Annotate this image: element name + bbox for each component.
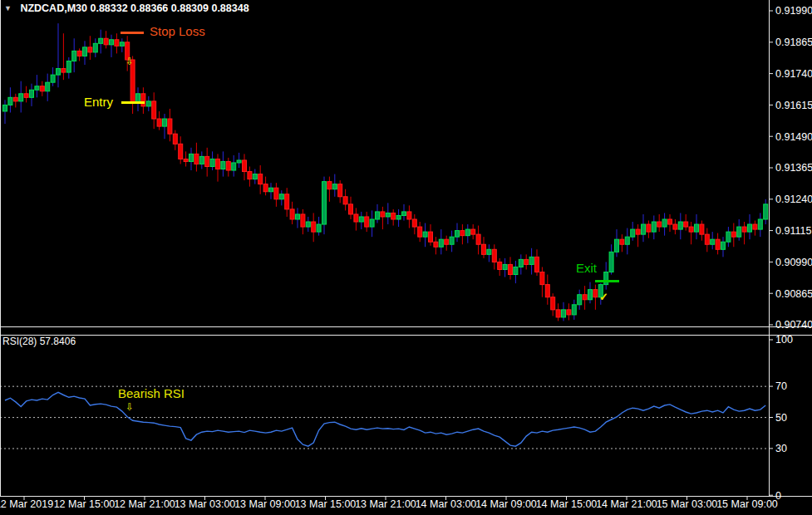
rsi-axis-label: 100	[775, 334, 793, 346]
candle-body	[423, 232, 427, 237]
candle-body	[141, 94, 145, 106]
candle-body	[439, 239, 443, 247]
stop-loss-line[interactable]	[121, 32, 144, 34]
candle-body	[567, 310, 571, 315]
candle-body	[695, 224, 699, 232]
quote-ohlc-label: 0.88332 0.88366 0.88309 0.88348	[90, 2, 249, 14]
candle-body	[104, 38, 108, 45]
time-axis-label: 13 Mar 09:00	[234, 498, 296, 510]
candle-body	[588, 290, 593, 300]
candle-body	[535, 257, 539, 272]
candle-body	[365, 217, 369, 227]
candle-body	[120, 42, 124, 47]
candle-body	[35, 86, 39, 91]
time-axis-label: 14 Mar 21:00	[596, 498, 657, 510]
bearish-rsi-arrow-icon[interactable]: ⇩	[125, 401, 134, 413]
bearish-rsi-label[interactable]: Bearish RSI	[118, 386, 185, 400]
exit-check-icon[interactable]: ✓	[599, 291, 608, 303]
candle-body	[376, 212, 380, 219]
candle-body	[721, 242, 726, 249]
candle-body	[514, 267, 518, 274]
candle-body	[306, 222, 310, 227]
candle-body	[705, 234, 709, 244]
candle-body	[583, 295, 587, 300]
exit-line[interactable]	[595, 280, 619, 282]
candle-body	[3, 105, 7, 111]
candle-body	[99, 38, 103, 43]
candle-body	[263, 184, 268, 192]
candle-body	[407, 212, 411, 219]
candle-body	[83, 47, 87, 56]
stop-loss-label[interactable]: Stop Loss	[150, 24, 205, 38]
candle-body	[226, 161, 230, 170]
candle-body	[8, 97, 12, 105]
candle-body	[412, 219, 416, 227]
candle-body	[248, 172, 252, 179]
sell-arrow-icon[interactable]: ⇩	[125, 56, 134, 67]
time-axis-label: 13 Mar 15:00	[295, 498, 357, 510]
time-axis-label: 15 Mar 09:00	[716, 498, 778, 510]
exit-label[interactable]: Exit	[576, 261, 597, 275]
candle-body	[572, 305, 576, 315]
candle-body	[354, 214, 358, 222]
candle-body	[609, 252, 613, 272]
candle-body	[748, 224, 752, 232]
candle-body	[258, 174, 263, 184]
candle-body	[642, 224, 646, 234]
candle-body	[237, 160, 241, 163]
rsi-line	[5, 392, 765, 446]
price-axis-label: 0.90740	[775, 319, 812, 331]
candle-body	[684, 222, 688, 227]
candle-body	[434, 242, 438, 247]
candle-body	[370, 219, 374, 227]
price-axis-label: 0.91365	[775, 162, 812, 174]
candle-body	[742, 227, 746, 232]
candle-body	[194, 154, 199, 164]
candle-body	[657, 222, 662, 227]
chart-menu-arrow-icon[interactable]: ▼	[4, 4, 12, 12]
price-axis-label: 0.91990	[775, 5, 812, 17]
rsi-indicator-label: RSI(28) 57.8406	[2, 336, 76, 347]
candle-body	[476, 234, 480, 244]
candle-body	[689, 227, 693, 232]
candle-body	[168, 119, 172, 134]
candle-body	[205, 156, 209, 166]
time-axis-label: 12 Mar 15:00	[54, 498, 116, 510]
chart-canvas[interactable]: 0.919900.918650.917400.916150.914900.913…	[0, 0, 812, 515]
entry-label[interactable]: Entry	[84, 95, 113, 109]
candle-body	[386, 213, 390, 217]
candle-body	[737, 227, 741, 237]
price-axis-label: 0.90990	[775, 257, 812, 268]
price-axis-label: 0.90865	[775, 288, 812, 300]
candle-body	[716, 239, 720, 249]
candle-body	[509, 264, 513, 274]
candle-body	[46, 82, 50, 91]
candle-body	[274, 188, 278, 199]
entry-line[interactable]	[121, 101, 145, 104]
candle-body	[72, 51, 76, 61]
candle-body	[57, 69, 61, 76]
candle-body	[210, 159, 214, 166]
candle-body	[678, 222, 682, 229]
price-axis-label: 0.91115	[775, 225, 811, 237]
candle-body	[184, 159, 188, 161]
candle-body	[524, 259, 529, 264]
candle-body	[625, 237, 629, 244]
candle-body	[545, 285, 549, 297]
candle-body	[556, 310, 560, 317]
candle-body	[179, 144, 183, 159]
candle-body	[40, 86, 44, 91]
rsi-axis-label: 30	[775, 443, 787, 454]
candle-body	[157, 119, 161, 126]
time-axis-label: 12 Mar 2019	[0, 498, 53, 510]
rsi-axis-label: 70	[775, 380, 787, 392]
time-axis-label: 13 Mar 21:00	[355, 498, 416, 510]
candle-body	[465, 229, 470, 236]
candle-body	[216, 159, 220, 169]
candle-body	[221, 161, 225, 169]
candle-body	[243, 160, 247, 172]
price-axis-label: 0.91615	[775, 100, 812, 111]
candle-body	[88, 47, 92, 52]
price-axis-label: 0.91740	[775, 68, 812, 80]
candle-body	[317, 224, 321, 232]
